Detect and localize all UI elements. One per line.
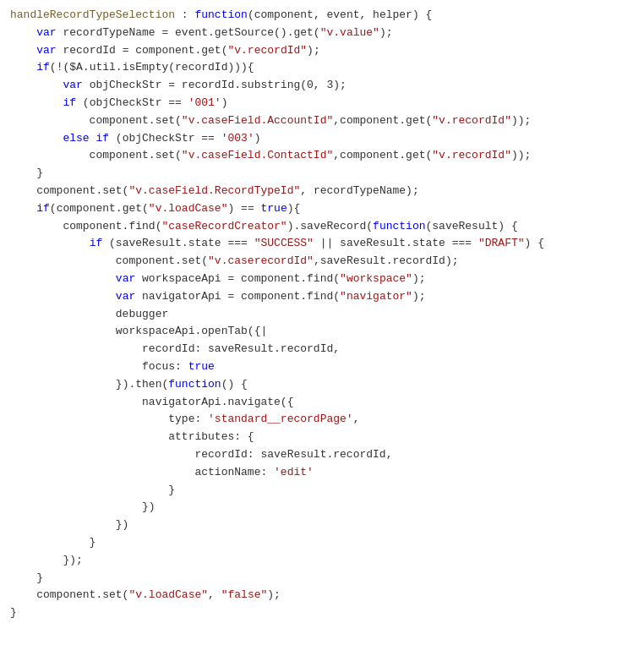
code-token: component.set( (10, 253, 208, 271)
code-token: } (10, 534, 96, 552)
code-line: if(!($A.util.isEmpty(recordId))){ (0, 59, 644, 77)
code-token: , (353, 411, 360, 429)
code-token: '003' (221, 130, 254, 148)
code-line: var recordId = component.get("v.recordId… (0, 42, 644, 60)
code-token: component.set( (10, 147, 182, 165)
code-token: var (36, 42, 56, 60)
code-token (10, 235, 90, 253)
code-token: ); (412, 288, 426, 306)
code-token: (saveResult) { (426, 218, 518, 236)
code-token: "caseRecordCreator" (161, 218, 287, 236)
code-token: ); (412, 271, 426, 288)
code-token (10, 130, 63, 148)
code-line: } (0, 482, 644, 500)
code-line: }) (0, 499, 644, 517)
code-token: ){ (287, 200, 301, 218)
code-line: var recordTypeName = event.getSource().g… (0, 25, 644, 42)
code-token: ); (267, 587, 281, 604)
code-token: } (10, 165, 43, 183)
code-token: (objCheckStr == (76, 95, 188, 112)
code-token (10, 77, 63, 95)
code-line: } (0, 534, 644, 552)
code-token: "v.caseField.AccountId" (182, 112, 333, 130)
code-line: component.set("v.loadCase", "false"); (0, 587, 644, 604)
code-line: var workspaceApi = component.find("works… (0, 271, 644, 288)
code-line: } (0, 570, 644, 588)
code-token: "v.recordId" (432, 112, 511, 130)
code-token: if (36, 59, 50, 77)
code-token: "v.value" (320, 25, 379, 42)
code-token: recordId: saveResult.recordId, (10, 446, 392, 464)
code-line: navigatorApi.navigate({ (0, 394, 644, 412)
code-token: "v.caseField.RecordTypeId" (128, 183, 300, 200)
code-token: "v.loadCase" (149, 200, 228, 218)
code-token: objCheckStr = recordId.substring(0, 3); (83, 77, 347, 95)
code-token (10, 59, 36, 77)
code-line: }) (0, 517, 644, 534)
code-token: ,component.get( (333, 112, 432, 130)
code-token: () { (221, 376, 248, 394)
code-token: '001' (188, 95, 221, 112)
code-line: component.set("v.caserecordId",saveResul… (0, 253, 644, 271)
code-line: else if (objCheckStr == '003') (0, 130, 644, 148)
code-token: "v.caserecordId" (208, 253, 314, 271)
code-token: component.find( (10, 218, 161, 236)
code-token: var (116, 288, 135, 306)
code-token: recordId = component.get( (57, 42, 228, 60)
code-token: ) { (525, 235, 544, 253)
code-token: var (36, 25, 56, 42)
code-token: ) (254, 130, 261, 148)
code-token: ,saveResult.recordId); (314, 253, 459, 271)
code-line: actionName: 'edit' (0, 464, 644, 482)
code-token (10, 376, 116, 394)
code-token: ); (379, 25, 393, 42)
code-line: recordId: saveResult.recordId, (0, 446, 644, 464)
code-token: handleRecordTypeSelection (10, 7, 175, 25)
code-token: function (373, 218, 425, 236)
code-token: } (10, 570, 43, 588)
code-token: if (63, 95, 76, 112)
code-token: ) == (227, 200, 260, 218)
code-token: : (175, 7, 194, 25)
code-line: var navigatorApi = component.find("navig… (0, 288, 644, 306)
code-token: "v.recordId" (227, 42, 307, 60)
code-line: if (saveResult.state === "SUCCESS" || sa… (0, 235, 644, 253)
code-token: , recordTypeName); (300, 183, 418, 200)
code-line: attributes: { (0, 429, 644, 446)
code-line: component.set("v.caseField.ContactId",co… (0, 147, 644, 165)
code-token: type: (10, 411, 208, 429)
code-token: attributes: { (10, 429, 254, 446)
code-token: else (63, 130, 89, 148)
code-line: if(component.get("v.loadCase") == true){ (0, 200, 644, 218)
code-token (10, 200, 36, 218)
code-token: actionName: (10, 464, 274, 482)
code-token: ).saveRecord( (287, 218, 373, 236)
code-line: }).then(function() { (0, 376, 644, 394)
code-token: ,component.get( (333, 147, 432, 165)
code-token: workspaceApi.openTab({ (10, 323, 260, 341)
code-token: focus: (10, 358, 188, 376)
code-token: var (116, 271, 135, 288)
code-token: } (10, 482, 175, 500)
code-line: var objCheckStr = recordId.substring(0, … (0, 77, 644, 95)
code-token: ); (307, 42, 320, 60)
code-line: debugger (0, 306, 644, 324)
code-token: debugger (10, 306, 168, 324)
code-line: if (objCheckStr == '001') (0, 95, 644, 112)
code-line: focus: true (0, 358, 644, 376)
code-line: component.set("v.caseField.RecordTypeId"… (0, 183, 644, 200)
code-token: }).then( (116, 376, 168, 394)
code-token: (objCheckStr == (109, 130, 221, 148)
code-line: type: 'standard__recordPage', (0, 411, 644, 429)
code-token: if (90, 235, 103, 253)
code-line: workspaceApi.openTab({| (0, 323, 644, 341)
code-token: "false" (221, 587, 268, 604)
code-token: )); (511, 112, 531, 130)
code-token: (saveResult.state === (102, 235, 254, 253)
code-token: function (168, 376, 221, 394)
code-line: } (0, 165, 644, 183)
code-token: (component.get( (50, 200, 149, 218)
code-token: component.set( (10, 112, 182, 130)
code-token: 'edit' (274, 464, 314, 482)
code-token: "workspace" (340, 271, 412, 288)
